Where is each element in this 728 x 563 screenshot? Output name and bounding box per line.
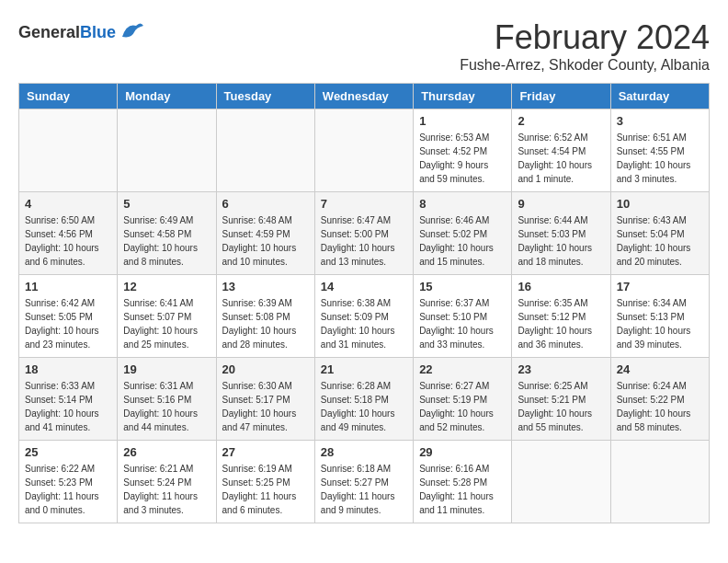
table-row: 6Sunrise: 6:48 AM Sunset: 4:59 PM Daylig… (216, 192, 314, 275)
day-info: Sunrise: 6:51 AM Sunset: 4:55 PM Dayligh… (617, 131, 703, 186)
day-number: 4 (25, 197, 111, 211)
day-info: Sunrise: 6:41 AM Sunset: 5:07 PM Dayligh… (123, 296, 210, 351)
header-thursday: Thursday (414, 84, 512, 109)
day-info: Sunrise: 6:52 AM Sunset: 4:54 PM Dayligh… (518, 131, 604, 186)
calendar-table: Sunday Monday Tuesday Wednesday Thursday… (18, 83, 710, 523)
table-row (216, 109, 314, 192)
day-info: Sunrise: 6:35 AM Sunset: 5:12 PM Dayligh… (518, 296, 604, 351)
day-number: 8 (419, 197, 506, 211)
day-number: 21 (321, 362, 407, 376)
calendar-week-row: 1Sunrise: 6:53 AM Sunset: 4:52 PM Daylig… (19, 109, 710, 192)
table-row: 16Sunrise: 6:35 AM Sunset: 5:12 PM Dayli… (512, 275, 610, 358)
day-number: 13 (222, 280, 309, 293)
table-row: 13Sunrise: 6:39 AM Sunset: 5:08 PM Dayli… (216, 275, 314, 358)
day-info: Sunrise: 6:50 AM Sunset: 4:56 PM Dayligh… (25, 213, 111, 269)
day-number: 25 (25, 445, 111, 459)
day-number: 12 (123, 280, 210, 293)
logo-general: General (18, 23, 80, 41)
table-row: 28Sunrise: 6:18 AM Sunset: 5:27 PM Dayli… (314, 441, 413, 523)
header-tuesday: Tuesday (216, 84, 314, 109)
day-info: Sunrise: 6:46 AM Sunset: 5:02 PM Dayligh… (419, 213, 506, 269)
table-row: 8Sunrise: 6:46 AM Sunset: 5:02 PM Daylig… (414, 192, 512, 275)
day-info: Sunrise: 6:19 AM Sunset: 5:25 PM Dayligh… (222, 462, 309, 517)
day-number: 19 (123, 362, 210, 376)
title-area: February 2024 Fushe-Arrez, Shkoder Count… (460, 18, 710, 74)
table-row: 11Sunrise: 6:42 AM Sunset: 5:05 PM Dayli… (19, 275, 118, 358)
page-header: GeneralBlue February 2024 Fushe-Arrez, S… (18, 18, 710, 74)
logo: GeneralBlue (18, 18, 145, 46)
location-title: Fushe-Arrez, Shkoder County, Albania (460, 57, 710, 74)
day-number: 26 (123, 445, 210, 459)
month-title: February 2024 (460, 18, 710, 57)
table-row: 5Sunrise: 6:49 AM Sunset: 4:58 PM Daylig… (118, 192, 216, 275)
day-number: 7 (321, 197, 407, 211)
day-number: 14 (321, 280, 407, 293)
day-info: Sunrise: 6:38 AM Sunset: 5:09 PM Dayligh… (321, 296, 407, 351)
table-row: 18Sunrise: 6:33 AM Sunset: 5:14 PM Dayli… (19, 358, 118, 441)
day-number: 24 (617, 362, 703, 376)
logo-blue: Blue (80, 23, 116, 41)
table-row: 7Sunrise: 6:47 AM Sunset: 5:00 PM Daylig… (314, 192, 413, 275)
calendar-week-row: 4Sunrise: 6:50 AM Sunset: 4:56 PM Daylig… (19, 192, 710, 275)
table-row: 27Sunrise: 6:19 AM Sunset: 5:25 PM Dayli… (216, 441, 314, 523)
day-number: 22 (419, 362, 506, 376)
table-row (314, 109, 413, 192)
table-row: 1Sunrise: 6:53 AM Sunset: 4:52 PM Daylig… (414, 109, 512, 192)
table-row: 23Sunrise: 6:25 AM Sunset: 5:21 PM Dayli… (512, 358, 610, 441)
table-row: 20Sunrise: 6:30 AM Sunset: 5:17 PM Dayli… (216, 358, 314, 441)
day-number: 11 (25, 280, 111, 293)
day-info: Sunrise: 6:53 AM Sunset: 4:52 PM Dayligh… (419, 131, 506, 186)
table-row (118, 109, 216, 192)
calendar-header-row: Sunday Monday Tuesday Wednesday Thursday… (19, 84, 710, 109)
day-number: 18 (25, 362, 111, 376)
day-info: Sunrise: 6:28 AM Sunset: 5:18 PM Dayligh… (321, 379, 407, 434)
day-info: Sunrise: 6:22 AM Sunset: 5:23 PM Dayligh… (25, 462, 111, 517)
day-info: Sunrise: 6:30 AM Sunset: 5:17 PM Dayligh… (222, 379, 309, 434)
day-info: Sunrise: 6:48 AM Sunset: 4:59 PM Dayligh… (222, 213, 309, 269)
day-info: Sunrise: 6:42 AM Sunset: 5:05 PM Dayligh… (25, 296, 111, 351)
header-wednesday: Wednesday (314, 84, 413, 109)
table-row: 19Sunrise: 6:31 AM Sunset: 5:16 PM Dayli… (118, 358, 216, 441)
day-number: 23 (518, 362, 604, 376)
day-info: Sunrise: 6:43 AM Sunset: 5:04 PM Dayligh… (617, 213, 703, 269)
table-row: 14Sunrise: 6:38 AM Sunset: 5:09 PM Dayli… (314, 275, 413, 358)
calendar-week-row: 18Sunrise: 6:33 AM Sunset: 5:14 PM Dayli… (19, 358, 710, 441)
table-row: 21Sunrise: 6:28 AM Sunset: 5:18 PM Dayli… (314, 358, 413, 441)
table-row: 4Sunrise: 6:50 AM Sunset: 4:56 PM Daylig… (19, 192, 118, 275)
day-number: 5 (123, 197, 210, 211)
table-row (610, 441, 709, 523)
day-info: Sunrise: 6:34 AM Sunset: 5:13 PM Dayligh… (617, 296, 703, 351)
table-row: 29Sunrise: 6:16 AM Sunset: 5:28 PM Dayli… (414, 441, 512, 523)
day-info: Sunrise: 6:33 AM Sunset: 5:14 PM Dayligh… (25, 379, 111, 434)
calendar-week-row: 25Sunrise: 6:22 AM Sunset: 5:23 PM Dayli… (19, 441, 710, 523)
day-info: Sunrise: 6:44 AM Sunset: 5:03 PM Dayligh… (518, 213, 604, 269)
day-info: Sunrise: 6:31 AM Sunset: 5:16 PM Dayligh… (123, 379, 210, 434)
table-row: 17Sunrise: 6:34 AM Sunset: 5:13 PM Dayli… (610, 275, 709, 358)
header-friday: Friday (512, 84, 610, 109)
day-number: 2 (518, 114, 604, 128)
table-row: 26Sunrise: 6:21 AM Sunset: 5:24 PM Dayli… (118, 441, 216, 523)
table-row: 2Sunrise: 6:52 AM Sunset: 4:54 PM Daylig… (512, 109, 610, 192)
day-info: Sunrise: 6:39 AM Sunset: 5:08 PM Dayligh… (222, 296, 309, 351)
day-number: 6 (222, 197, 309, 211)
day-number: 16 (518, 280, 604, 293)
day-info: Sunrise: 6:24 AM Sunset: 5:22 PM Dayligh… (617, 379, 703, 434)
table-row: 10Sunrise: 6:43 AM Sunset: 5:04 PM Dayli… (610, 192, 709, 275)
day-info: Sunrise: 6:37 AM Sunset: 5:10 PM Dayligh… (419, 296, 506, 351)
day-number: 17 (617, 280, 703, 293)
day-info: Sunrise: 6:49 AM Sunset: 4:58 PM Dayligh… (123, 213, 210, 269)
day-number: 1 (419, 114, 506, 128)
table-row: 9Sunrise: 6:44 AM Sunset: 5:03 PM Daylig… (512, 192, 610, 275)
table-row: 3Sunrise: 6:51 AM Sunset: 4:55 PM Daylig… (610, 109, 709, 192)
day-number: 15 (419, 280, 506, 293)
day-info: Sunrise: 6:25 AM Sunset: 5:21 PM Dayligh… (518, 379, 604, 434)
day-number: 20 (222, 362, 309, 376)
day-number: 9 (518, 197, 604, 211)
day-info: Sunrise: 6:21 AM Sunset: 5:24 PM Dayligh… (123, 462, 210, 517)
table-row: 24Sunrise: 6:24 AM Sunset: 5:22 PM Dayli… (610, 358, 709, 441)
table-row (512, 441, 610, 523)
day-info: Sunrise: 6:27 AM Sunset: 5:19 PM Dayligh… (419, 379, 506, 434)
table-row (19, 109, 118, 192)
logo-bird-icon (118, 18, 145, 46)
day-info: Sunrise: 6:47 AM Sunset: 5:00 PM Dayligh… (321, 213, 407, 269)
